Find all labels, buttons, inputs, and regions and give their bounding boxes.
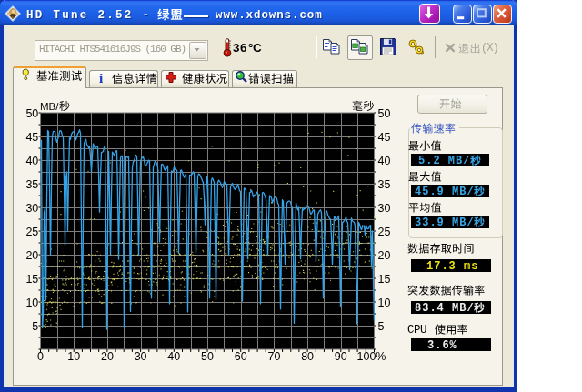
svg-text:35: 35: [25, 178, 38, 191]
svg-text:45: 45: [378, 131, 391, 144]
svg-text:25: 25: [378, 226, 391, 238]
svg-text:45.9 MB/: 45.9 MB/: [415, 186, 475, 197]
svg-text:5.2 MB/: 5.2 MB/: [418, 155, 470, 166]
svg-text:10: 10: [378, 297, 391, 309]
svg-text:50: 50: [25, 107, 38, 120]
svg-text:30: 30: [378, 202, 391, 215]
svg-text:40: 40: [378, 155, 391, 167]
svg-text:33.9 MB/: 33.9 MB/: [415, 216, 475, 228]
svg-text:50: 50: [378, 107, 391, 120]
svg-text:45: 45: [25, 131, 38, 144]
svg-text:15: 15: [25, 273, 38, 286]
svg-text:MB/: MB/: [40, 101, 59, 112]
svg-text:83.4 MB/: 83.4 MB/: [415, 302, 475, 314]
svg-text:3.6%: 3.6%: [427, 339, 457, 351]
svg-text:10: 10: [25, 297, 38, 309]
svg-text:100%: 100%: [357, 350, 386, 363]
svg-text:30: 30: [25, 202, 38, 215]
svg-text:40: 40: [25, 155, 38, 167]
svg-text:35: 35: [378, 178, 391, 191]
svg-text:20: 20: [25, 249, 38, 262]
svg-text:17.3 ms: 17.3 ms: [426, 260, 478, 272]
svg-text:25: 25: [25, 226, 38, 238]
svg-text:5: 5: [32, 320, 38, 333]
svg-text:5: 5: [378, 320, 385, 333]
svg-text:15: 15: [378, 273, 391, 286]
svg-text:20: 20: [378, 249, 391, 262]
